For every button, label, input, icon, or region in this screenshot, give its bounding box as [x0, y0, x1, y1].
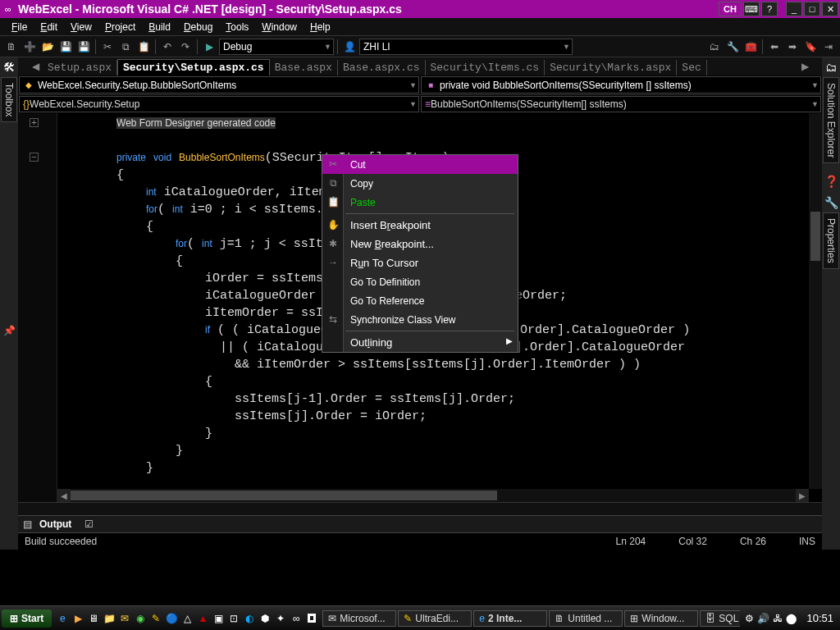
vertical-scrollbar[interactable]: [809, 113, 822, 489]
class-combo[interactable]: ◆WebExcel.Security.Setup.BubbleSortOnIte…: [19, 76, 419, 94]
help-icon[interactable]: ❓: [824, 175, 838, 188]
solution-explorer-icon[interactable]: 🗂: [825, 61, 837, 74]
save-all-icon[interactable]: 💾: [75, 39, 92, 55]
menu-tools[interactable]: Tools: [219, 20, 255, 34]
media-icon[interactable]: ▶: [71, 609, 85, 628]
menu-debug[interactable]: Debug: [177, 20, 219, 34]
indent-icon[interactable]: ⇥: [820, 39, 837, 55]
file-tab[interactable]: Base.aspx: [270, 60, 338, 75]
app-icon[interactable]: ⊡: [226, 609, 241, 628]
nav-back-icon[interactable]: ⬅: [766, 39, 783, 55]
properties-icon[interactable]: 🔧: [824, 196, 838, 209]
menu-view[interactable]: View: [64, 20, 98, 34]
maximize-button[interactable]: □: [804, 2, 820, 16]
ctx-cut[interactable]: ✂Cut: [322, 155, 518, 174]
method-combo[interactable]: ≡BubbleSortOnItems(SSecurityItem[] ssIte…: [421, 96, 821, 112]
copy-icon[interactable]: ⧉: [117, 39, 134, 55]
close-button[interactable]: ✕: [822, 2, 838, 16]
task-button[interactable]: ✎UltraEdi...: [398, 610, 472, 627]
file-tab[interactable]: Base.aspx.cs: [338, 60, 426, 75]
solution-icon[interactable]: 🗂: [706, 39, 723, 55]
app-icon[interactable]: ▲: [195, 609, 210, 628]
config-combo[interactable]: Debug▼: [219, 39, 334, 55]
toolbox-icon[interactable]: 🧰: [742, 39, 759, 55]
ctx-goto-def[interactable]: Go To Definition: [322, 272, 518, 291]
app-icon[interactable]: ▣: [211, 609, 226, 628]
file-tab[interactable]: Security\Marks.aspx: [545, 60, 677, 75]
redo-icon[interactable]: ↷: [177, 39, 194, 55]
open-icon[interactable]: 📂: [39, 39, 56, 55]
system-tray[interactable]: ⚙ 🔊 🖧 ⬤: [740, 613, 801, 624]
find-combo[interactable]: ZHI LI▼: [359, 39, 573, 55]
code-editor[interactable]: + − Web Form Designer generated code pri…: [18, 113, 822, 502]
task-button[interactable]: ⊞Window...: [624, 610, 698, 627]
properties-icon[interactable]: 🔧: [724, 39, 741, 55]
app-icon[interactable]: ✦: [273, 609, 288, 628]
app-icon[interactable]: ◉: [133, 609, 148, 628]
taskbar-clock[interactable]: 10:51: [801, 612, 838, 624]
file-tab[interactable]: Setup.aspx: [43, 60, 117, 75]
ctx-insert-breakpoint[interactable]: ✋Insert Breakpoint: [322, 216, 518, 235]
tray-icon[interactable]: ⬤: [786, 613, 797, 624]
ctx-copy[interactable]: ⧉Copy: [322, 174, 518, 193]
ctx-paste[interactable]: 📋Paste: [322, 193, 518, 212]
server-explorer-icon[interactable]: 🛠: [3, 61, 15, 74]
file-tab[interactable]: Security\Items.cs: [426, 60, 546, 75]
app-icon[interactable]: ∞: [289, 609, 304, 628]
outlook-icon[interactable]: ✉: [117, 609, 132, 628]
ie-icon[interactable]: e: [55, 609, 70, 628]
start-debug-icon[interactable]: ▶: [201, 39, 217, 55]
horizontal-scrollbar[interactable]: ◀ ▶: [57, 489, 809, 502]
app-icon[interactable]: ⬢: [258, 609, 272, 628]
solution-explorer-tab[interactable]: Solution Explorer: [823, 77, 839, 163]
cut-icon[interactable]: ✂: [99, 39, 116, 55]
ime-indicator[interactable]: CH: [719, 2, 742, 16]
help-icon[interactable]: ?: [761, 2, 778, 16]
undo-icon[interactable]: ↶: [159, 39, 176, 55]
ctx-goto-ref[interactable]: Go To Reference: [322, 291, 518, 310]
fold-toggle-icon[interactable]: −: [30, 153, 39, 162]
namespace-combo[interactable]: {}WebExcel.Security.Setup▼: [19, 96, 419, 112]
ctx-outlining[interactable]: Outlining▶: [322, 333, 518, 352]
explorer-icon[interactable]: 📁: [102, 609, 116, 628]
desktop-icon[interactable]: 🖥: [86, 609, 101, 628]
app-icon[interactable]: 🔵: [164, 609, 179, 628]
tab-scroll-right-icon[interactable]: ▶: [799, 59, 810, 74]
menu-help[interactable]: Help: [304, 20, 337, 34]
tray-icon[interactable]: 🖧: [773, 613, 783, 624]
ue-icon[interactable]: ✎: [148, 609, 163, 628]
menu-file[interactable]: File: [5, 20, 34, 34]
task-button[interactable]: e2 Inte...: [473, 610, 547, 627]
ctx-sync-classview[interactable]: ⇆Synchronize Class View: [322, 310, 518, 329]
pin-icon[interactable]: 📌: [3, 325, 16, 336]
menu-window[interactable]: Window: [255, 20, 304, 34]
task-button[interactable]: ✉Microsof...: [322, 610, 396, 627]
toolbox-tab[interactable]: Toolbox: [1, 77, 17, 122]
properties-tab[interactable]: Properties: [823, 212, 839, 269]
keyboard-icon[interactable]: ⌨: [743, 2, 760, 16]
tasklist-icon[interactable]: ☑: [84, 518, 96, 530]
member-combo[interactable]: ■private void BubbleSortOnItems(SSecurit…: [421, 76, 821, 94]
app-icon[interactable]: ◐: [242, 609, 257, 628]
app-icon[interactable]: 🞑: [304, 609, 319, 628]
tray-icon[interactable]: 🔊: [757, 613, 769, 624]
save-icon[interactable]: 💾: [57, 39, 74, 55]
task-button[interactable]: 🗄SQL Ser...: [700, 610, 740, 627]
tab-scroll-left-icon[interactable]: ◀: [30, 59, 41, 74]
file-tab[interactable]: Sec: [677, 60, 706, 75]
ctx-new-breakpoint[interactable]: ✱New Breakpoint...: [322, 235, 518, 253]
scroll-right-icon[interactable]: ▶: [796, 489, 809, 502]
app-icon[interactable]: △: [180, 609, 194, 628]
region-banner[interactable]: Web Form Designer generated code: [116, 117, 276, 129]
ctx-run-to-cursor[interactable]: →Run To Cursor: [322, 253, 518, 272]
new-project-icon[interactable]: 🗎: [3, 39, 20, 55]
add-item-icon[interactable]: ➕: [21, 39, 38, 55]
bookmark-icon[interactable]: 🔖: [802, 39, 819, 55]
menu-build[interactable]: Build: [142, 20, 177, 34]
task-button[interactable]: 🗎Untitled ...: [549, 610, 623, 627]
menu-project[interactable]: Project: [98, 20, 142, 34]
scroll-left-icon[interactable]: ◀: [57, 489, 71, 502]
output-panel-header[interactable]: ▤ Output ☑: [18, 515, 822, 533]
start-button[interactable]: ⊞Start: [2, 609, 52, 628]
menu-edit[interactable]: Edit: [34, 20, 64, 34]
